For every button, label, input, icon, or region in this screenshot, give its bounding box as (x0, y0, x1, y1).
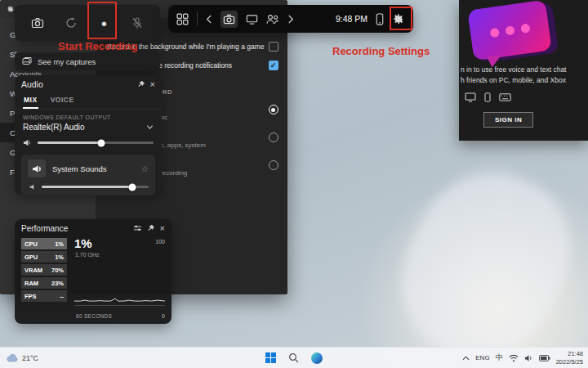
pin-icon[interactable] (137, 80, 145, 88)
language-indicator[interactable]: ENG (475, 354, 489, 361)
speaker-tray-icon[interactable] (524, 354, 533, 362)
social-widget-button-icon[interactable] (266, 13, 279, 25)
mic-toggle-button[interactable] (127, 12, 148, 34)
social-text-line1: n in to use free voice and text chat (461, 65, 566, 74)
social-text-line2: h friends on PC, mobile, and Xbox (461, 76, 566, 84)
taskbar-time: 21:48 (568, 350, 583, 357)
mix-volume-slider[interactable] (38, 141, 154, 144)
system-volume-slider[interactable] (42, 186, 149, 188)
see-my-captures-link[interactable]: See my captures (15, 52, 160, 70)
start-recording-annotation-label: Start Recording (58, 40, 138, 52)
tab-mix[interactable]: MIX (23, 93, 38, 109)
phone-icon[interactable] (376, 13, 384, 25)
monitor-icon (465, 92, 476, 102)
sign-in-button[interactable]: SIGN IN (483, 112, 533, 128)
perf-chart: 1% 100 1.70 GHz 60 SECONDS 0 (74, 238, 165, 320)
radio-2[interactable] (269, 160, 278, 170)
taskbar: 21°C ENG 中 (0, 347, 588, 368)
audio-widget: Audio × MIX VOICE WINDOWS DEFAULT OUTPUT… (15, 75, 162, 195)
system-sounds-card: System Sounds ☆ (21, 155, 155, 195)
volume-small-icon (29, 183, 37, 191)
chevron-right-icon[interactable] (287, 15, 294, 24)
device-icons-row (465, 92, 511, 102)
edge-browser-icon[interactable] (311, 352, 323, 364)
audio-device-select[interactable]: Realtek(R) Audio (23, 123, 154, 132)
audio-widget-title: Audio (21, 79, 43, 89)
radio-1[interactable] (269, 132, 278, 142)
output-label: WINDOWS DEFAULT OUTPUT (23, 114, 154, 120)
perf-graph-area (74, 263, 165, 306)
audio-device-value: Realtek(R) Audio (23, 123, 85, 132)
bubble-dot (505, 25, 514, 35)
record-last-button[interactable] (60, 12, 82, 34)
recording-settings-annotation-label: Recording Settings (332, 45, 430, 57)
perf-row-fps[interactable]: FPS-- (21, 290, 67, 302)
screenshot-button[interactable] (27, 12, 48, 34)
system-slider-thumb[interactable] (129, 183, 136, 191)
start-button[interactable] (265, 352, 276, 363)
radio-0[interactable] (269, 105, 278, 114)
see-my-captures-label: See my captures (38, 57, 96, 66)
perf-axis-min: 0 (162, 313, 165, 319)
divider (197, 11, 198, 26)
chevron-left-icon[interactable] (206, 15, 212, 24)
capture-widget-button[interactable] (220, 11, 238, 28)
perf-frequency: 1.70 GHz (75, 252, 100, 258)
temperature-label: 21°C (22, 354, 38, 362)
gamebar-clock: 9:48 PM (336, 14, 368, 24)
chevron-down-icon (146, 123, 154, 131)
system-slider-fill (42, 186, 132, 188)
tab-voice[interactable]: VOICE (50, 93, 75, 109)
phone-icon (484, 92, 491, 102)
close-icon[interactable]: × (160, 224, 165, 233)
desktop: ● Start Recording See my captures Audio (0, 0, 588, 368)
capture-widget: ● (15, 5, 160, 41)
performance-widget-title: Performance (21, 224, 68, 233)
perf-row-vram[interactable]: VRAM70% (21, 264, 67, 276)
perf-row-ram[interactable]: RAM23% (21, 277, 67, 289)
taskbar-weather[interactable]: 21°C (7, 348, 38, 368)
start-recording-button[interactable]: ● (93, 12, 114, 34)
performance-widget: Performance × CPU1% GPU1% VRAM70% RAM23%… (15, 219, 172, 324)
gallery-icon (22, 56, 32, 66)
pin-icon[interactable] (147, 224, 155, 232)
audio-tabs: MIX VOICE (15, 93, 162, 110)
tray-chevron-up-icon[interactable] (462, 356, 470, 361)
ime-indicator[interactable]: 中 (496, 352, 503, 363)
perf-row-gpu[interactable]: GPU1% (21, 251, 67, 263)
gamebar-settings-gear-icon[interactable] (392, 12, 405, 25)
cloud-icon (7, 353, 18, 362)
record-last-icon (65, 16, 78, 29)
perf-axis-max: 100 (155, 239, 165, 245)
perf-big-value: 1% (74, 236, 92, 250)
checkbox-0[interactable] (269, 42, 278, 52)
perf-x-label: 60 SECONDS (76, 313, 112, 319)
keyboard-icon (499, 93, 511, 101)
perf-row-cpu[interactable]: CPU1% (21, 238, 67, 249)
system-sounds-mute-button[interactable] (28, 159, 46, 177)
cpu-usage-line (74, 263, 165, 305)
chat-bubble-graphic (467, 0, 552, 61)
options-icon[interactable] (133, 224, 142, 232)
volume-icon (23, 138, 32, 147)
bubble-dot (520, 23, 530, 33)
battery-icon[interactable] (539, 355, 550, 361)
settings-gear-icon (7, 5, 15, 13)
camera-icon (31, 16, 44, 29)
mix-slider-fill (38, 141, 101, 144)
record-dot-icon: ● (100, 18, 107, 29)
star-icon[interactable]: ☆ (141, 164, 149, 173)
xbox-social-widget: n in to use free voice and text chat h f… (459, 0, 588, 141)
audio-widget-button-icon[interactable] (246, 13, 258, 25)
checkbox-1[interactable] (269, 61, 278, 70)
perf-stats-column: CPU1% GPU1% VRAM70% RAM23% FPS-- (21, 238, 67, 320)
close-icon[interactable]: × (150, 80, 155, 89)
mix-slider-thumb[interactable] (98, 139, 105, 146)
taskbar-clock[interactable]: 21:48 2022/5/25 (556, 350, 583, 366)
capture-icon (223, 13, 235, 25)
search-icon[interactable] (288, 352, 299, 363)
gamebar-main: 9:48 PM (168, 5, 413, 33)
speaker-icon (32, 164, 42, 174)
widget-menu-icon[interactable] (176, 13, 189, 25)
wifi-icon[interactable] (509, 354, 519, 362)
